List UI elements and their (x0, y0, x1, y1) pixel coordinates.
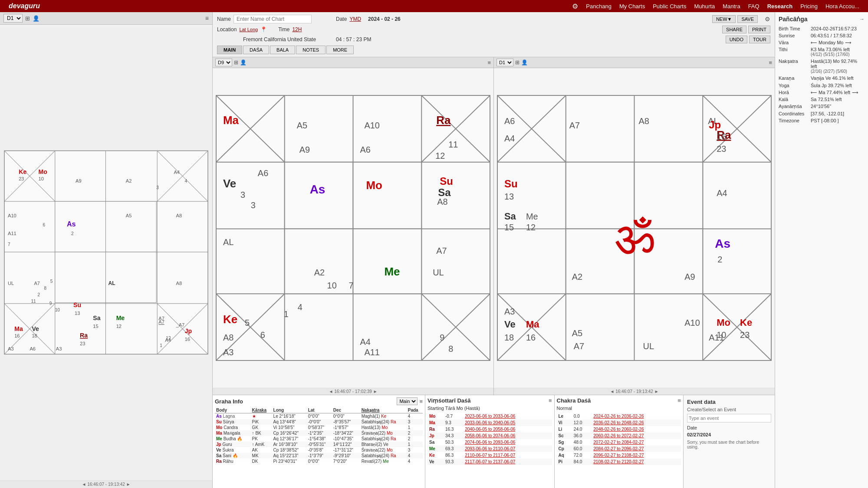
ayanamsa-label: Ayanāṃśa (779, 104, 809, 109)
name-input[interactable] (233, 15, 312, 23)
svg-text:Me: Me (384, 265, 400, 278)
chakra-tbody: Le 0.0 2024-02-26 to 2036-02-26 Vi 12.0 … (557, 413, 681, 465)
nav-mycharts[interactable]: My Charts (619, 3, 645, 10)
vimsh-mo-planet: Mo (427, 413, 444, 419)
svg-text:4: 4 (298, 302, 302, 312)
menu-icon[interactable]: ≡ (205, 15, 209, 22)
chakra-sc-range: 2060-02-26 to 2072-02-27 (592, 432, 681, 439)
svg-text:16: 16 (14, 333, 20, 338)
d1-sub-person-icon[interactable]: 👤 (521, 59, 528, 66)
svg-text:A9: A9 (76, 178, 82, 183)
nav-mantra[interactable]: Mantra (723, 3, 740, 10)
d9-type-select[interactable]: D9 (215, 59, 232, 66)
nav-hora[interactable]: Hora Accou... (825, 3, 859, 10)
ve-dec: -17°31'12" (332, 447, 360, 453)
gear-icon[interactable]: ⚙ (765, 16, 770, 23)
settings-icon[interactable]: ⚙ (572, 2, 578, 10)
mo-lat: 0°58'37" (307, 425, 332, 430)
svg-text:Ve: Ve (223, 177, 236, 190)
d9-person-icon[interactable]: 👤 (240, 59, 247, 66)
graha-main-select[interactable]: Main (397, 397, 418, 405)
tour-button[interactable]: TOUR (749, 36, 770, 43)
share-button[interactable]: SHARE (722, 26, 746, 33)
time-format-link[interactable]: 12H (292, 26, 302, 33)
event-input[interactable] (687, 414, 771, 422)
tab-dasa[interactable]: DAŚA (243, 46, 269, 54)
chart-type-select[interactable]: D1 (3, 14, 23, 23)
su-pada: 3 (407, 419, 423, 425)
chakra-le-val: 0.0 (572, 413, 592, 419)
svg-text:Sa: Sa (504, 211, 516, 222)
person-icon[interactable]: 👤 (33, 15, 39, 22)
grid-icon[interactable]: ⊞ (25, 15, 30, 22)
svg-text:A3: A3 (56, 346, 62, 351)
svg-text:10: 10 (717, 330, 726, 340)
tab-notes[interactable]: NOTES (296, 46, 326, 54)
svg-text:16: 16 (717, 132, 726, 141)
chakra-cp-range: 2084-02-27 to 2096-02-27 (592, 445, 681, 452)
chakra-row-sg: Sg 48.0 2072-02-27 to 2084-02-27 (557, 439, 681, 445)
date-format-link[interactable]: YMD (349, 16, 361, 22)
undo-button[interactable]: UNDO (726, 36, 747, 43)
chakra-sc-val: 36.0 (572, 432, 592, 439)
d1-sub-menu-icon[interactable]: ≡ (769, 59, 772, 66)
svg-text:AL: AL (108, 280, 115, 286)
d9-menu-icon[interactable]: ≡ (487, 59, 491, 66)
left-toolbar: D1 ⊞ 👤 ≡ (0, 12, 212, 25)
ra-lat: 0°0'0" (307, 459, 332, 464)
chakra-row-aq: Aq 72.0 2096-02-27 to 2108-02-27 (557, 452, 681, 459)
d1-sub-type-select[interactable]: D1 (496, 59, 513, 66)
nav-panchang[interactable]: Panchang (586, 3, 612, 10)
date-label: Date (336, 16, 347, 22)
svg-rect-77 (353, 162, 422, 229)
vimsh-row-ma: Ma 9.3 2033-06-06 to 2040-06-05 (427, 419, 552, 426)
d1-sub-chart-svg: A6 A7 A8 AL Ra 23 A4 Su 13 Sa (496, 70, 773, 386)
panchanga-vara-row: Vāra ⟵ Monday Mo ⟶ (779, 40, 865, 45)
graha-menu-icon[interactable]: ≡ (419, 398, 423, 405)
print-button[interactable]: PRINT (748, 26, 770, 33)
sa-dec: -9°29'10" (332, 453, 360, 459)
ma-body: Ma Maṅgala (215, 430, 251, 436)
svg-text:1: 1 (160, 343, 162, 348)
d1-sub-grid-icon[interactable]: ⊞ (515, 59, 519, 66)
chakra-li-planet: Li (557, 426, 572, 432)
nav-pricing[interactable]: Pricing (800, 3, 818, 10)
location-value: Fremont California United State (243, 36, 316, 43)
d9-chart-body: Ma A5 A10 Ra Ve A6 3 3 As Mo Su (213, 68, 493, 388)
svg-text:9: 9 (440, 333, 444, 342)
location-icon[interactable]: 📍 (260, 26, 267, 33)
svg-text:9: 9 (49, 301, 52, 306)
nav-research[interactable]: Research (767, 3, 793, 10)
su-naksatra: Śatabhiṣaj(24) Ra (360, 419, 407, 425)
tab-more[interactable]: MORE (326, 46, 354, 54)
vimsh-menu-icon[interactable]: ≡ (549, 397, 552, 404)
karana-label: Karaṇa (779, 75, 809, 81)
chakra-row-pi: Pi 84.0 2108-02-27 to 2120-02-27 (557, 459, 681, 465)
vimsh-jp-val: 34.3 (444, 432, 463, 439)
nav-muhurta[interactable]: Muhurta (694, 3, 715, 10)
svg-text:11: 11 (448, 140, 458, 149)
chakra-sc-planet: Sc (557, 432, 572, 439)
svg-rect-8 (105, 201, 156, 252)
chakra-menu-icon[interactable]: ≡ (677, 397, 681, 404)
svg-text:6: 6 (260, 330, 265, 340)
d9-grid-icon[interactable]: ⊞ (234, 59, 238, 66)
new-button[interactable]: NEW▼ (712, 15, 736, 23)
panchanga-forward-icon[interactable]: → (859, 16, 865, 22)
graha-row-as: As Lagna ★ Le 2°16'18" 0°0'0" 0°0'0" Mag… (215, 413, 423, 419)
nav-faq[interactable]: FAQ (748, 3, 760, 10)
svg-text:18: 18 (504, 333, 514, 342)
tab-main[interactable]: MAIN (217, 46, 242, 54)
svg-text:A8: A8 (176, 281, 182, 286)
tab-bala[interactable]: BALA (270, 46, 295, 54)
svg-text:A2: A2 (126, 178, 132, 183)
col-dec: Dec (332, 407, 360, 413)
col-naksatra: Nakṣatra (360, 407, 407, 413)
vimsh-jp-range: 2058-06-06 to 2074-06-06 (463, 432, 552, 439)
svg-text:A3: A3 (8, 346, 14, 351)
lat-long-link[interactable]: Lat Long (239, 27, 258, 32)
left-panel: D1 ⊞ 👤 ≡ (0, 12, 213, 488)
nav-publiccharts[interactable]: Public Charts (653, 3, 686, 10)
save-button[interactable]: SAVE (737, 15, 758, 23)
chakra-vi-planet: Vi (557, 419, 572, 426)
